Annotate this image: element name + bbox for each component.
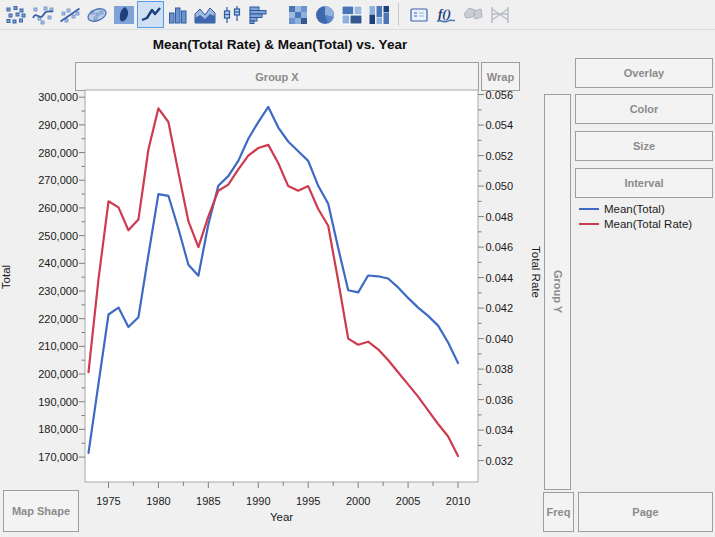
contour-icon: [113, 5, 135, 25]
palette-formula-button[interactable]: f(): [432, 1, 459, 28]
drop-zone-color-label: Color: [630, 103, 659, 115]
palette-pie-button[interactable]: [311, 1, 338, 28]
legend-line-swatch-blue: [579, 208, 599, 210]
drop-zone-size-label: Size: [633, 140, 655, 152]
y-right-tick-label: 0.054: [486, 119, 514, 131]
y-left-tick-label: 170,000: [38, 451, 78, 463]
toolbar-spacer: [272, 1, 284, 28]
drop-zone-color[interactable]: Color: [575, 94, 713, 124]
y-left-tick-label: 280,000: [38, 147, 78, 159]
palette-line-of-fit-button[interactable]: [56, 1, 83, 28]
chart-title: Mean(Total Rate) & Mean(Total) vs. Year: [60, 37, 500, 52]
smoother-icon: [32, 5, 54, 25]
parallel-icon: [489, 5, 511, 25]
y-right-tick-label: 0.050: [486, 180, 514, 192]
drop-zone-overlay[interactable]: Overlay: [575, 58, 713, 88]
y-right-tick-label: 0.052: [486, 150, 514, 162]
palette-treemap-button[interactable]: [338, 1, 365, 28]
drop-zone-group-x-label: Group X: [255, 71, 298, 83]
legend-line-swatch-red: [579, 223, 599, 225]
plot-area[interactable]: 19751980198519901995200020052010Year170,…: [0, 85, 542, 537]
y-right-tick-label: 0.042: [486, 302, 514, 314]
y-right-tick-label: 0.044: [486, 272, 514, 284]
caption-box-icon: [408, 5, 430, 25]
y-left-tick-label: 240,000: [38, 257, 78, 269]
line-icon: [140, 5, 162, 25]
bar-icon: [167, 5, 189, 25]
drop-zone-freq-label: Freq: [547, 506, 571, 518]
graph-palette-toolbar: f(): [0, 0, 715, 30]
x-tick-label: 1975: [96, 495, 120, 507]
palette-histogram-button[interactable]: [245, 1, 272, 28]
formula-icon: f(): [435, 5, 457, 25]
histogram-icon: [248, 5, 270, 25]
y-right-axis-title[interactable]: Total Rate: [530, 246, 542, 298]
drop-zone-overlay-label: Overlay: [624, 67, 664, 79]
y-left-tick-label: 270,000: [38, 174, 78, 186]
y-left-tick-label: 210,000: [38, 340, 78, 352]
line-of-fit-icon: [59, 5, 81, 25]
legend: Mean(Total) Mean(Total Rate): [579, 201, 692, 231]
palette-smoother-button[interactable]: [29, 1, 56, 28]
y-right-tick-label: 0.038: [486, 363, 514, 375]
points-icon: [5, 5, 27, 25]
y-axis-left[interactable]: 170,000180,000190,000200,000210,000220,0…: [0, 91, 85, 463]
y-left-tick-label: 250,000: [38, 230, 78, 242]
drop-zone-group-y[interactable]: Group Y: [544, 94, 571, 490]
y-left-tick-label: 260,000: [38, 202, 78, 214]
y-right-tick-label: 0.034: [486, 424, 514, 436]
x-axis[interactable]: 19751980198519901995200020052010Year: [96, 482, 470, 523]
palette-area-button[interactable]: [191, 1, 218, 28]
ellipse-icon: [86, 5, 108, 25]
x-axis-title[interactable]: Year: [270, 511, 293, 523]
y-left-tick-label: 300,000: [38, 91, 78, 103]
drop-zone-size[interactable]: Size: [575, 131, 713, 161]
y-axis-right[interactable]: 0.0320.0340.0360.0380.0400.0420.0440.046…: [478, 89, 542, 467]
drop-zone-wrap-label: Wrap: [487, 71, 514, 83]
x-tick-label: 1995: [296, 495, 320, 507]
x-tick-label: 1980: [146, 495, 170, 507]
legend-item-mean-total-rate[interactable]: Mean(Total Rate): [579, 216, 692, 231]
drop-zone-interval-label: Interval: [624, 177, 663, 189]
drop-zone-page[interactable]: Page: [578, 492, 713, 532]
svg-text:f(): f(): [438, 6, 451, 21]
x-tick-label: 2000: [346, 495, 370, 507]
palette-mosaic-button[interactable]: [365, 1, 392, 28]
treemap-icon: [341, 5, 363, 25]
drop-zone-group-y-label: Group Y: [552, 270, 564, 313]
drop-zone-interval[interactable]: Interval: [575, 168, 713, 198]
y-right-tick-label: 0.036: [486, 394, 514, 406]
mosaic-icon: [368, 5, 390, 25]
palette-contour-button[interactable]: [110, 1, 137, 28]
y-left-tick-label: 200,000: [38, 368, 78, 380]
y-left-axis-title[interactable]: Total: [0, 265, 12, 289]
palette-bar-button[interactable]: [164, 1, 191, 28]
y-left-tick-label: 220,000: [38, 313, 78, 325]
y-left-tick-label: 230,000: [38, 285, 78, 297]
area-icon: [194, 5, 216, 25]
palette-heatmap-button[interactable]: [284, 1, 311, 28]
x-tick-label: 1985: [196, 495, 220, 507]
x-tick-label: 1990: [246, 495, 270, 507]
palette-parallel-button: [486, 1, 513, 28]
x-tick-label: 2005: [396, 495, 420, 507]
palette-map-shapes-button: [459, 1, 486, 28]
legend-label: Mean(Total Rate): [604, 218, 692, 230]
y-left-tick-label: 190,000: [38, 396, 78, 408]
palette-ellipse-button[interactable]: [83, 1, 110, 28]
y-right-tick-label: 0.056: [486, 89, 514, 101]
palette-line-button[interactable]: [137, 1, 164, 28]
graph-builder-window: { "chart": { "title": "Mean(Total Rate) …: [0, 0, 715, 537]
drop-zone-freq[interactable]: Freq: [543, 492, 574, 532]
x-tick-label: 2010: [446, 495, 470, 507]
map-shapes-icon: [462, 5, 484, 25]
heatmap-icon: [287, 5, 309, 25]
palette-points-button[interactable]: [2, 1, 29, 28]
y-right-tick-label: 0.046: [486, 241, 514, 253]
palette-box-plot-button[interactable]: [218, 1, 245, 28]
palette-caption-box-button[interactable]: [405, 1, 432, 28]
legend-item-mean-total[interactable]: Mean(Total): [579, 201, 692, 216]
drop-zone-page-label: Page: [632, 506, 658, 518]
y-right-tick-label: 0.040: [486, 333, 514, 345]
pie-icon: [314, 5, 336, 25]
